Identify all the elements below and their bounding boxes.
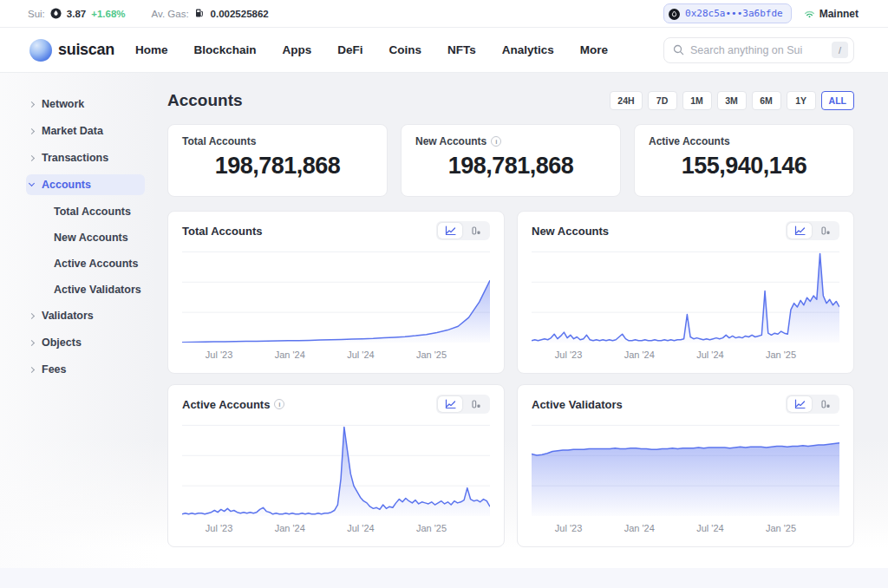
- range-button-1y[interactable]: 1Y: [787, 91, 816, 110]
- line-chart-toggle-button[interactable]: [787, 223, 812, 238]
- nav-item-more[interactable]: More: [580, 43, 608, 56]
- total-accounts-chart[interactable]: [182, 249, 490, 343]
- bar-chart-toggle-button[interactable]: [464, 223, 488, 238]
- gas-pump-icon: [194, 8, 206, 19]
- bar-chart-icon: [471, 225, 481, 236]
- nav-item-analytics[interactable]: Analytics: [502, 43, 554, 56]
- chart-type-toggle: [786, 221, 839, 240]
- x-tick: Jan '25: [766, 350, 796, 360]
- bar-chart-icon: [820, 399, 831, 409]
- x-tick: Jan '24: [275, 523, 305, 533]
- x-axis-ticks: Jul '23 Jan '24 Jul '24 Jan '25: [182, 348, 490, 363]
- price-gas-strip: Sui: 3.87 +1.68% Av. Gas: 0.002525862: [28, 8, 269, 19]
- bar-chart-icon: [471, 399, 481, 409]
- sidebar-item-label: Network: [42, 98, 84, 110]
- x-tick: Jul '24: [347, 350, 374, 360]
- x-tick: Jul '24: [696, 350, 723, 360]
- line-chart-toggle-button[interactable]: [438, 223, 462, 238]
- sidebar-subitem-active-accounts[interactable]: Active Accounts: [26, 253, 160, 273]
- sidebar-subitem-total-accounts[interactable]: Total Accounts: [26, 201, 160, 221]
- bar-chart-icon: [820, 225, 831, 236]
- brand-name: suiscan: [58, 41, 114, 59]
- line-chart-toggle-button[interactable]: [787, 396, 812, 412]
- topbar-right: 0x28c5a•••3a6bfde Mainnet: [663, 3, 859, 23]
- stat-value: 155,940,146: [649, 153, 839, 180]
- range-button-6m[interactable]: 6M: [752, 91, 781, 110]
- chart-card-new-accounts: New Accounts: [517, 211, 854, 374]
- nav-item-apps[interactable]: Apps: [282, 43, 311, 56]
- stat-card-total-accounts: Total Accounts 198,781,868: [167, 124, 388, 197]
- range-button-1m[interactable]: 1M: [682, 91, 712, 110]
- search-shortcut-badge: /: [832, 42, 848, 58]
- sui-token-icon: [50, 8, 62, 19]
- bar-chart-toggle-button[interactable]: [464, 396, 488, 412]
- nav-item-home[interactable]: Home: [135, 43, 168, 56]
- line-chart-icon: [794, 399, 806, 409]
- line-chart-toggle-button[interactable]: [438, 396, 462, 412]
- global-search[interactable]: /: [663, 37, 854, 63]
- range-button-7d[interactable]: 7D: [648, 91, 677, 110]
- stat-value: 198,781,868: [415, 153, 606, 180]
- charts-grid: Total Accounts: [167, 211, 854, 547]
- sidebar-item-fees[interactable]: Fees: [26, 359, 160, 380]
- sidebar-item-network[interactable]: Network: [26, 94, 160, 114]
- sidebar-item-validators[interactable]: Validators: [26, 305, 160, 326]
- range-button-3m[interactable]: 3M: [717, 91, 747, 110]
- sidebar-item-label: Fees: [42, 363, 67, 376]
- footer-strip: [0, 568, 888, 588]
- chart-plot-area[interactable]: Jul '23 Jan '24 Jul '24 Jan '25: [532, 249, 839, 363]
- active-accounts-chart[interactable]: [182, 422, 490, 516]
- x-tick: Jul '24: [347, 523, 374, 533]
- sidebar-item-label: Transactions: [42, 152, 108, 164]
- nav-item-blockchain[interactable]: Blockchain: [193, 43, 256, 56]
- line-chart-icon: [794, 225, 806, 236]
- chevron-right-icon: [29, 154, 35, 160]
- x-tick: Jan '24: [275, 350, 305, 360]
- stat-card-new-accounts: New Accounts i 198,781,868: [401, 124, 621, 197]
- sidebar-item-label: Validators: [42, 310, 94, 322]
- nav-item-defi[interactable]: DeFi: [337, 43, 362, 56]
- sidebar-item-accounts[interactable]: Accounts: [26, 174, 145, 195]
- wallet-address-button[interactable]: 0x28c5a•••3a6bfde: [663, 3, 792, 23]
- sidebar-item-objects[interactable]: Objects: [26, 332, 160, 353]
- chart-card-active-accounts: Active Accounts i: [167, 384, 505, 547]
- info-icon[interactable]: i: [491, 136, 501, 147]
- chevron-right-icon: [29, 127, 35, 134]
- suiscan-logo[interactable]: suiscan: [29, 39, 114, 62]
- x-tick: Jul '23: [206, 523, 232, 533]
- sidebar-item-label: Accounts: [42, 179, 91, 191]
- chevron-right-icon: [29, 101, 35, 107]
- sui-price-value: 3.87: [67, 9, 86, 19]
- new-accounts-chart[interactable]: [532, 249, 839, 343]
- search-input[interactable]: [690, 44, 826, 56]
- nav-item-coins[interactable]: Coins: [389, 43, 422, 56]
- sidebar-subitem-new-accounts[interactable]: New Accounts: [26, 227, 160, 247]
- chevron-right-icon: [29, 366, 35, 372]
- sidebar-item-market-data[interactable]: Market Data: [26, 121, 160, 141]
- suiscan-logo-icon: [29, 39, 52, 62]
- chart-plot-area[interactable]: Jul '23 Jan '24 Jul '24 Jan '25: [182, 249, 490, 363]
- x-tick: Jan '25: [416, 523, 447, 533]
- stat-value: 198,781,868: [182, 153, 373, 180]
- chevron-down-icon: [29, 180, 35, 186]
- stat-card-active-accounts: Active Accounts 155,940,146: [634, 124, 854, 197]
- network-selector[interactable]: Mainnet: [804, 8, 859, 20]
- chart-plot-area[interactable]: Jul '23 Jan '24 Jul '24 Jan '25: [182, 422, 490, 537]
- bar-chart-toggle-button[interactable]: [813, 396, 838, 412]
- wallet-address-text: 0x28c5a•••3a6bfde: [685, 8, 783, 19]
- info-icon[interactable]: i: [274, 399, 284, 409]
- sidebar: Network Market Data Transactions Account…: [0, 73, 160, 568]
- stat-label: Active Accounts: [649, 135, 730, 147]
- sidebar-item-transactions[interactable]: Transactions: [26, 147, 160, 168]
- chart-plot-area[interactable]: Jul '23 Jan '24 Jul '24 Jan '25: [532, 422, 839, 537]
- sidebar-subitem-active-validators[interactable]: Active Validators: [26, 279, 160, 299]
- sui-price-change: +1.68%: [91, 9, 125, 19]
- range-button-24h[interactable]: 24H: [610, 91, 642, 110]
- range-button-all[interactable]: ALL: [821, 91, 854, 110]
- active-validators-chart[interactable]: [532, 422, 839, 516]
- page-header: Accounts 24H 7D 1M 3M 6M 1Y ALL: [167, 91, 854, 110]
- page-title: Accounts: [167, 91, 243, 110]
- nav-item-nfts[interactable]: NFTs: [447, 43, 476, 56]
- bar-chart-toggle-button[interactable]: [813, 223, 838, 238]
- sidebar-item-label: Market Data: [42, 125, 103, 137]
